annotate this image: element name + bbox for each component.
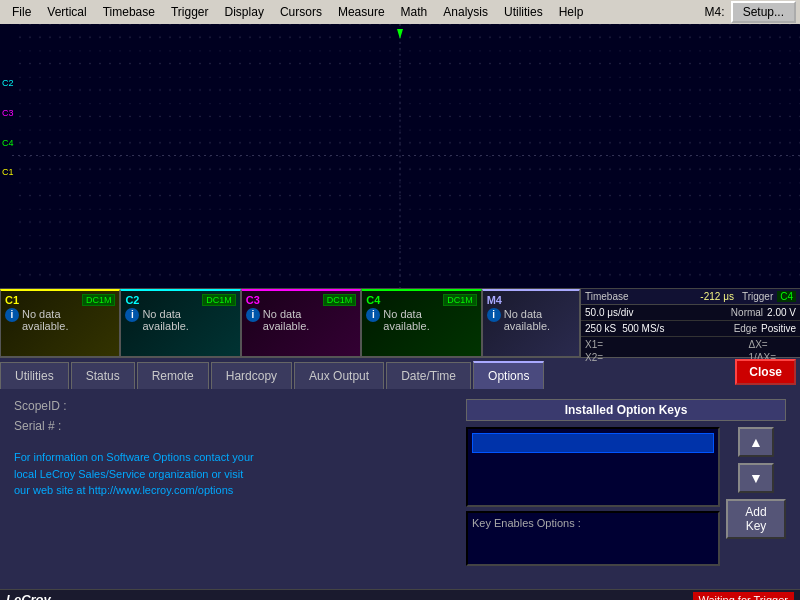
- dx-label: ΔX=: [748, 339, 776, 350]
- scope-id-field: ScopeID :: [14, 399, 450, 413]
- menu-utilities[interactable]: Utilities: [496, 3, 551, 21]
- ch-c3-coupling: DC1M: [323, 294, 357, 306]
- menu-bar: File Vertical Timebase Trigger Display C…: [0, 0, 800, 24]
- options-right-panel: Installed Option Keys Key Enables Option…: [466, 399, 786, 579]
- key-up-button[interactable]: ▲: [738, 427, 774, 457]
- key-list-area[interactable]: [466, 427, 720, 507]
- options-panel: ScopeID : Serial # : For information on …: [0, 389, 800, 589]
- menu-timebase[interactable]: Timebase: [95, 3, 163, 21]
- ch-c2-info-icon: i: [125, 308, 139, 322]
- svg-text:C3: C3: [2, 108, 13, 118]
- svg-text:C2: C2: [2, 78, 13, 88]
- ch-m4-info-icon: i: [487, 308, 501, 322]
- ch-c1-status: No dataavailable.: [22, 308, 68, 332]
- tab-status[interactable]: Status: [71, 362, 135, 389]
- tab-aux-output[interactable]: Aux Output: [294, 362, 384, 389]
- close-button[interactable]: Close: [735, 359, 796, 385]
- status-label: Waiting for Trigger: [693, 592, 794, 601]
- trigger-channel: C4: [777, 291, 796, 302]
- svg-text:C1: C1: [2, 167, 13, 177]
- menu-help[interactable]: Help: [551, 3, 592, 21]
- scope-id-label: ScopeID :: [14, 399, 84, 413]
- ch-c2-coupling: DC1M: [202, 294, 236, 306]
- menu-measure[interactable]: Measure: [330, 3, 393, 21]
- status-bar: LeCroy Waiting for Trigger: [0, 589, 800, 600]
- grid-svg: C2 C3 C4 C1: [0, 24, 800, 288]
- installed-title: Installed Option Keys: [466, 399, 786, 421]
- ch-c3-status: No dataavailable.: [263, 308, 309, 332]
- trigger-level: 2.00 V: [767, 307, 796, 318]
- key-nav-buttons: ▲ ▼ AddKey: [726, 427, 786, 566]
- ch-c4-info-icon: i: [366, 308, 380, 322]
- brand-label: LeCroy: [6, 592, 51, 600]
- serial-field: Serial # :: [14, 419, 450, 433]
- ch-c4-name: C4: [366, 294, 380, 306]
- key-enables-area: Key Enables Options :: [466, 511, 720, 566]
- ch-c1-coupling: DC1M: [82, 294, 116, 306]
- channel-box-c2[interactable]: C2 DC1M i No dataavailable.: [120, 289, 240, 357]
- ch-c4-status: No dataavailable.: [383, 308, 429, 332]
- ch-c1-info-icon: i: [5, 308, 19, 322]
- menu-cursors[interactable]: Cursors: [272, 3, 330, 21]
- menu-analysis[interactable]: Analysis: [435, 3, 496, 21]
- tab-options[interactable]: Options: [473, 361, 544, 389]
- menu-math[interactable]: Math: [393, 3, 436, 21]
- tab-date-time[interactable]: Date/Time: [386, 362, 471, 389]
- ch-m4-status: No dataavailable.: [504, 308, 550, 332]
- serial-label: Serial # :: [14, 419, 84, 433]
- add-key-button[interactable]: AddKey: [726, 499, 786, 539]
- setup-button[interactable]: Setup...: [731, 1, 796, 23]
- m4-label: M4:: [699, 5, 731, 19]
- channel-box-c4[interactable]: C4 DC1M i No dataavailable.: [361, 289, 481, 357]
- ch-c2-status: No dataavailable.: [142, 308, 188, 332]
- key-input-selected[interactable]: [472, 433, 714, 453]
- menu-display[interactable]: Display: [217, 3, 272, 21]
- svg-rect-11: [12, 24, 800, 288]
- tab-remote[interactable]: Remote: [137, 362, 209, 389]
- key-enables-label: Key Enables Options :: [472, 517, 714, 529]
- trigger-slope: Positive: [761, 323, 796, 334]
- ch-c3-info-icon: i: [246, 308, 260, 322]
- x2-label: X2=: [585, 352, 603, 363]
- timebase-value: -212 μs: [700, 291, 734, 302]
- menu-vertical[interactable]: Vertical: [39, 3, 94, 21]
- oscilloscope-grid: C2 C3 C4 C1: [0, 24, 800, 289]
- key-down-button[interactable]: ▼: [738, 463, 774, 493]
- trigger-type: Edge: [734, 323, 757, 334]
- channel-box-c3[interactable]: C3 DC1M i No dataavailable.: [241, 289, 361, 357]
- sample-speed: 500 MS/s: [622, 323, 729, 334]
- x1-label: X1=: [585, 339, 603, 350]
- channel-box-c1[interactable]: C1 DC1M i No dataavailable.: [0, 289, 120, 357]
- tab-hardcopy[interactable]: Hardcopy: [211, 362, 292, 389]
- menu-trigger[interactable]: Trigger: [163, 3, 217, 21]
- trigger-mode: Normal: [731, 307, 763, 318]
- ch-m4-name: M4: [487, 294, 502, 306]
- timebase-header: Timebase: [585, 291, 696, 302]
- ch-c4-coupling: DC1M: [443, 294, 477, 306]
- ch-c2-name: C2: [125, 294, 139, 306]
- memory-depth: 250 kS: [585, 323, 616, 334]
- channel-box-m4[interactable]: M4 i No dataavailable.: [482, 289, 580, 357]
- sample-rate-left: 50.0 μs/div: [585, 307, 727, 318]
- options-left-panel: ScopeID : Serial # : For information on …: [14, 399, 450, 579]
- trigger-header: Trigger: [742, 291, 773, 302]
- ch-c3-name: C3: [246, 294, 260, 306]
- svg-text:C4: C4: [2, 138, 13, 148]
- info-text: For information on Software Options cont…: [14, 449, 450, 499]
- ch-c1-name: C1: [5, 294, 19, 306]
- menu-file[interactable]: File: [4, 3, 39, 21]
- measurements-panel: Timebase -212 μs Trigger C4 50.0 μs/div …: [580, 289, 800, 357]
- tab-utilities[interactable]: Utilities: [0, 362, 69, 389]
